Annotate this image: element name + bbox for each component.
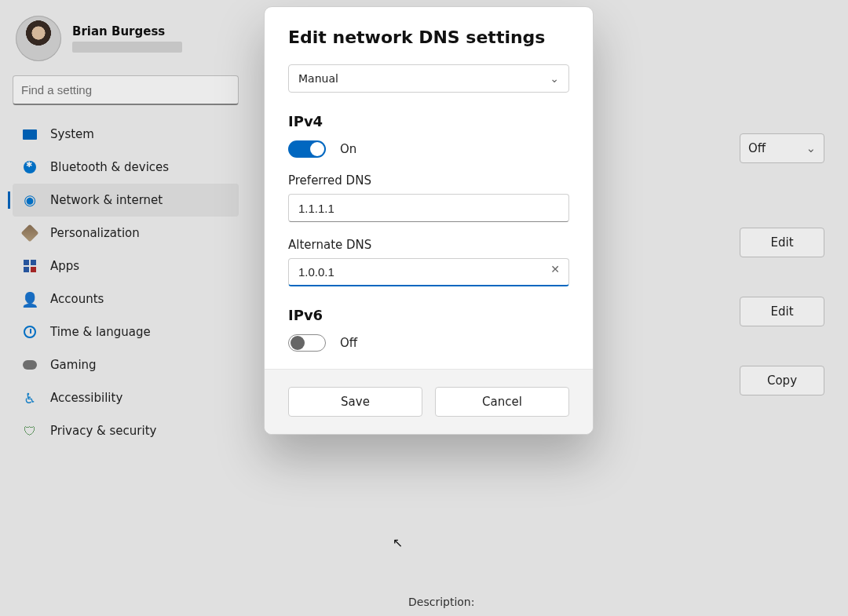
time-icon (22, 324, 38, 340)
button-label: Copy (767, 374, 797, 388)
ipv4-heading: IPv4 (288, 113, 569, 129)
edit-button[interactable]: Edit (740, 228, 824, 257)
preferred-dns-input[interactable] (288, 194, 569, 222)
dropdown-value: Manual (298, 72, 338, 85)
sidebar-item-label: Personalization (50, 226, 140, 240)
wifi-icon: ◉ (22, 192, 38, 208)
sidebar-item-apps[interactable]: Apps (13, 250, 239, 282)
sidebar-item-label: Network & internet (50, 193, 163, 207)
sidebar-item-label: System (50, 127, 94, 141)
chevron-down-icon: ⌄ (806, 141, 816, 155)
dns-mode-dropdown[interactable]: Manual ⌄ (288, 64, 569, 93)
network-off-dropdown[interactable]: Off ⌄ (740, 133, 824, 163)
sidebar-item-time[interactable]: Time & language (13, 315, 239, 348)
accounts-icon: 👤 (22, 291, 38, 307)
personalization-icon (22, 225, 38, 241)
preferred-dns-label: Preferred DNS (288, 173, 569, 188)
sidebar-item-gaming[interactable]: Gaming (13, 348, 239, 381)
sidebar-item-privacy[interactable]: 🛡 Privacy & security (13, 414, 239, 447)
chevron-down-icon: ⌄ (550, 72, 559, 85)
sidebar-item-label: Accessibility (50, 391, 122, 405)
sidebar-item-label: Apps (50, 259, 79, 273)
copy-button[interactable]: Copy (740, 366, 824, 395)
clear-input-icon[interactable]: ✕ (550, 263, 560, 275)
sidebar-item-label: Gaming (50, 358, 97, 372)
sidebar-item-accounts[interactable]: 👤 Accounts (13, 282, 239, 315)
sidebar-item-label: Time & language (50, 325, 151, 339)
gaming-icon (22, 357, 38, 373)
button-label: Edit (770, 304, 793, 319)
avatar[interactable] (16, 16, 61, 61)
sidebar-item-label: Accounts (50, 292, 104, 306)
sidebar-item-label: Bluetooth & devices (50, 160, 169, 174)
user-name: Brian Burgess (72, 24, 182, 38)
sidebar-item-accessibility[interactable]: ♿ Accessibility (13, 381, 239, 414)
system-icon (22, 126, 38, 142)
alternate-dns-label: Alternate DNS (288, 238, 569, 252)
accessibility-icon: ♿ (22, 390, 38, 406)
ipv4-toggle[interactable] (288, 140, 326, 158)
button-label: Edit (770, 235, 793, 250)
user-account-header[interactable]: Brian Burgess (13, 16, 239, 75)
dns-settings-dialog: Edit network DNS settings Manual ⌄ IPv4 … (264, 6, 594, 435)
edit-button[interactable]: Edit (740, 297, 824, 326)
button-label: Save (341, 395, 370, 409)
sidebar-item-system[interactable]: System (13, 118, 239, 151)
dialog-title: Edit network DNS settings (288, 27, 569, 47)
user-email-placeholder (72, 42, 182, 53)
description-label: Description: (408, 596, 474, 608)
alternate-dns-input[interactable] (288, 258, 569, 286)
apps-icon (22, 258, 38, 274)
button-label: Cancel (482, 395, 522, 409)
ipv6-heading: IPv6 (288, 307, 569, 323)
ipv6-toggle-label: Off (340, 336, 357, 350)
sidebar: Brian Burgess System Bluetooth & devices… (0, 0, 251, 616)
sidebar-item-network[interactable]: ◉ Network & internet (13, 184, 239, 217)
save-button[interactable]: Save (288, 387, 422, 417)
dropdown-value: Off (748, 141, 766, 155)
ipv6-toggle[interactable] (288, 334, 326, 352)
ipv4-toggle-label: On (340, 142, 356, 156)
bluetooth-icon (22, 159, 38, 175)
sidebar-item-bluetooth[interactable]: Bluetooth & devices (13, 151, 239, 184)
cancel-button[interactable]: Cancel (435, 387, 569, 417)
sidebar-item-personalization[interactable]: Personalization (13, 217, 239, 250)
sidebar-item-label: Privacy & security (50, 424, 156, 438)
privacy-icon: 🛡 (22, 423, 38, 439)
search-input[interactable] (13, 75, 239, 105)
nav-list: System Bluetooth & devices ◉ Network & i… (13, 118, 239, 447)
